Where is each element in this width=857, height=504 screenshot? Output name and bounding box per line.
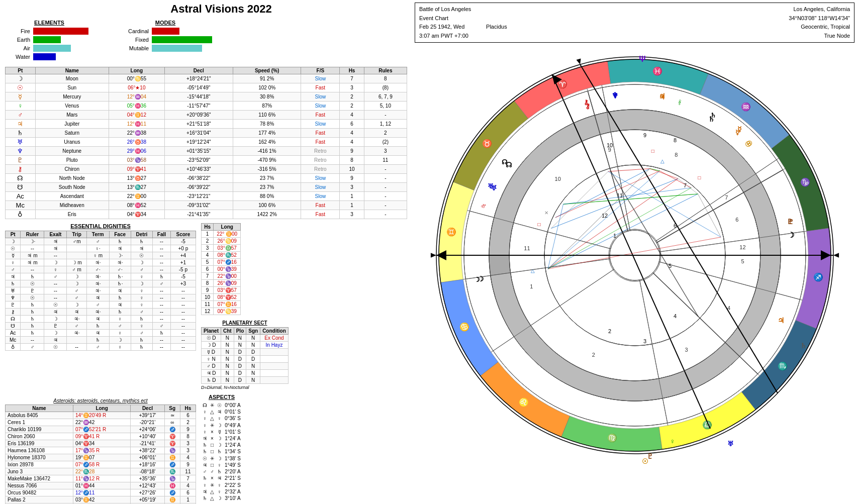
asp-orb: 2°21' S: [223, 475, 242, 481]
asteroid-name: Pallas 2: [6, 496, 73, 503]
water-bar: [33, 53, 56, 60]
aspects-table: ☊ ⚹ ☉ 0°00' A ♀ △ ♃ 0°01' S ♀ △ ♀ 0°36' …: [201, 401, 242, 501]
asteroid-hs: 8: [180, 433, 196, 440]
dig-trip: ♃: [67, 309, 87, 316]
planet-speed: -316 5%: [233, 165, 301, 174]
outer-planet-Jupiter: ♃: [659, 93, 665, 101]
planet-decl: -06°39'22": [164, 183, 233, 192]
asteroid-long: 14°♊20'49 R: [73, 412, 130, 419]
house-label-10: 10: [554, 176, 560, 182]
asp-p1: ♃: [201, 462, 209, 468]
zodiac-symbol-9: ♑: [800, 178, 810, 187]
dig-exalt: ♃: [44, 238, 67, 245]
dig-pt: ☋: [6, 323, 21, 330]
planet-hs: 3: [340, 210, 364, 219]
planet-name: Uranus: [35, 138, 109, 147]
dig-score: +3: [170, 280, 196, 287]
dig-ruler: ♂: [21, 344, 44, 351]
dig-ruler: ♄: [21, 301, 44, 309]
dig-term: ♃·: [86, 273, 109, 280]
asp-p2: ♃: [216, 475, 223, 481]
asp-type: △: [209, 409, 216, 415]
asteroid-decl: +39°17': [131, 412, 164, 419]
dig-exalt: ☉: [44, 301, 67, 309]
asteroid-long: 11°♑12 R: [73, 475, 130, 482]
dig-trip: ♂ m: [67, 266, 87, 273]
asteroid-long: 22°♒42: [73, 419, 130, 426]
dig-trip: ♂: [67, 323, 87, 330]
dig-fall: --: [153, 344, 171, 351]
planet-rules: 2: [364, 129, 407, 138]
dig-term: ♀ m: [86, 252, 109, 259]
houses-sect-column: Hs Long 1 22° ♊00 2 26°♋09 3 03°♎57 4 08…: [201, 223, 289, 390]
planet-long: 03°♑58: [109, 156, 164, 165]
planet-decl: +10°46'33": [164, 165, 233, 174]
planet-pt: Ac: [6, 192, 36, 201]
dig-pt: ♂: [6, 266, 21, 273]
sect-cht: N: [221, 363, 234, 370]
asteroid-sg: ♐: [164, 426, 180, 433]
planet-speed: 110 6%: [233, 111, 301, 120]
sect-cond: [260, 370, 289, 377]
asp-orb: 2°20' A: [223, 468, 242, 475]
dig-fall: --: [153, 238, 171, 245]
asp-type: ×: [209, 429, 216, 435]
dig-term: ♂: [86, 238, 109, 245]
planet-fs: Retro: [301, 147, 340, 156]
asp-type: ⚹: [209, 422, 216, 429]
planet-fs: Slow: [301, 192, 340, 201]
asteroid-name: Hylonome 18370: [6, 454, 73, 461]
dig-term: ♂: [86, 301, 109, 309]
zodiac-symbol-1: ♉: [482, 139, 492, 148]
dig-face: ♃: [109, 245, 131, 252]
house-label-3: 3: [685, 347, 688, 353]
sect-cht: N: [221, 356, 234, 363]
dig-ruler: ♄: [21, 309, 44, 316]
fixed-bar-row: Fixed: [119, 36, 212, 43]
dig-fall: ♂: [153, 280, 171, 287]
sect-cond: [260, 363, 289, 370]
dignities-section: ESSENTIAL DIGNITIES Pt Ruler Exalt Trip …: [5, 223, 196, 386]
zodiac-symbol-7: ♏: [777, 361, 787, 371]
house-num: 1: [202, 231, 214, 238]
dig-trip: ☽: [67, 273, 87, 280]
rim-planet-3: ♀: [670, 437, 675, 445]
asteroids-aspects-section: Asteroids: asteroids, centaurs, mythics …: [5, 394, 407, 504]
planet-decl: -06°38'22": [164, 174, 233, 183]
asp-orb: 1°01' S: [223, 429, 242, 435]
asp-p2: ☿: [216, 429, 223, 435]
house-long: 08°♏52: [214, 252, 241, 259]
asteroid-decl: +06°01': [131, 454, 164, 461]
cardinal-bar: [152, 28, 179, 35]
planet-hs: 2: [340, 92, 364, 102]
earth-label: Earth: [10, 37, 30, 43]
planet-decl: +20°09'36": [164, 111, 233, 120]
asp-type: △: [209, 495, 216, 501]
dig-term: ♃: [86, 316, 109, 323]
pt-header: Pt: [6, 67, 36, 74]
asteroid-decl: +35°36': [131, 475, 164, 482]
dig-score: +4: [170, 252, 196, 259]
dig-score: --: [170, 316, 196, 323]
planet-hs: 9: [340, 147, 364, 156]
house-num: 7: [202, 273, 214, 280]
dig-pt: Mc: [6, 337, 21, 344]
asp-p2: ☉: [216, 401, 223, 409]
asp-p2: ♀: [216, 415, 223, 422]
planet-fs: Fast: [301, 111, 340, 120]
planet-pt: ☿: [6, 92, 36, 102]
elements-label: ELEMENTS: [10, 20, 88, 26]
earth-bar-row: Earth: [10, 36, 88, 43]
planet-pt: ☋: [6, 183, 36, 192]
dig-face: ♄·: [109, 273, 131, 280]
planet-hs: 2: [340, 102, 364, 111]
planet-pt: ♀: [6, 102, 36, 111]
dig-score: +0 p: [170, 245, 196, 252]
dig-pt: ♅: [6, 287, 21, 294]
asteroid-name: Chiron 2060: [6, 433, 73, 440]
dig-pt: ⚷: [6, 309, 21, 316]
sect-cht: N: [221, 349, 234, 356]
planet-fs: Slow: [301, 183, 340, 192]
sect-sgn: N: [246, 377, 260, 384]
outer-planet-Moon: ☽: [473, 276, 480, 283]
